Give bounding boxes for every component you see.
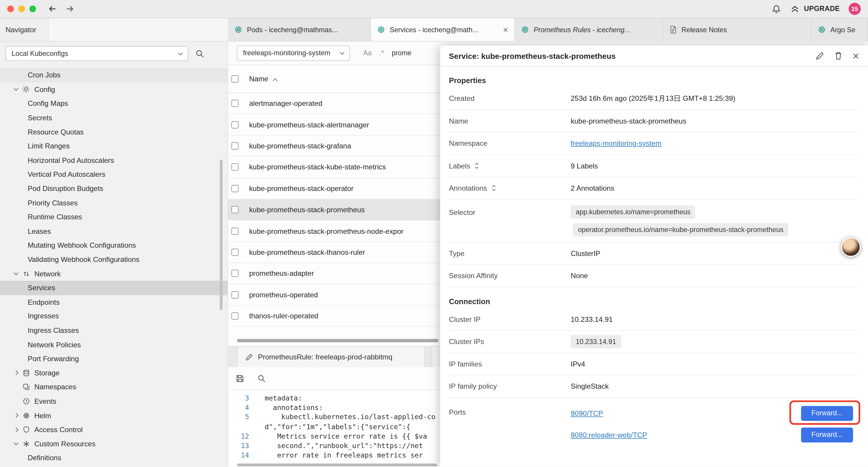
row-checkbox[interactable] bbox=[231, 270, 239, 277]
sidebar-item-events[interactable]: Events bbox=[0, 394, 227, 408]
kubeconfig-selector[interactable]: Local Kubeconfigs bbox=[6, 46, 188, 61]
namespace-filter-dropdown[interactable]: freeleaps-monitoring-system bbox=[237, 46, 350, 61]
close-panel-icon[interactable]: × bbox=[852, 50, 859, 61]
sidebar-item-services[interactable]: Services bbox=[0, 281, 227, 295]
line-number: 4 bbox=[228, 404, 257, 412]
chevron-down-icon bbox=[13, 86, 18, 91]
close-window-button[interactable] bbox=[7, 6, 13, 12]
tab-pods[interactable]: Pods - icecheng@mathmas... bbox=[228, 18, 371, 41]
property-row-created: Created 253d 16h 6m ago (2025年1月13日 GMT+… bbox=[449, 87, 859, 110]
row-checkbox[interactable] bbox=[231, 313, 239, 320]
sidebar-group-custom-resources[interactable]: Custom Resources bbox=[0, 437, 227, 451]
port-link[interactable]: 9090/TCP bbox=[571, 409, 603, 417]
sidebar-item-network-policies[interactable]: Network Policies bbox=[0, 338, 227, 352]
navigator-panel-header[interactable]: Navigator bbox=[0, 18, 49, 41]
save-icon[interactable] bbox=[236, 375, 244, 383]
forward-button[interactable]: Forward... bbox=[801, 428, 853, 442]
maximize-window-button[interactable] bbox=[29, 6, 36, 12]
sidebar-group-config[interactable]: Config bbox=[0, 82, 227, 96]
sidebar-group-network[interactable]: Network bbox=[0, 267, 227, 281]
code-segment: annotations: bbox=[265, 404, 323, 412]
row-checkbox[interactable] bbox=[231, 164, 239, 171]
tab-close-icon[interactable]: × bbox=[503, 25, 508, 34]
window-controls bbox=[0, 6, 36, 12]
property-row-labels: Labels 9 Labels bbox=[449, 155, 859, 177]
row-checkbox[interactable] bbox=[231, 249, 239, 256]
row-checkbox[interactable] bbox=[231, 206, 239, 213]
sidebar-item-resource-quotas[interactable]: Resource Quotas bbox=[0, 125, 227, 139]
editor-horizontal-scrollbar[interactable] bbox=[237, 463, 437, 466]
code-segment: error rate in freeleaps metrics ser bbox=[265, 451, 423, 459]
upgrade-button[interactable]: UPGRADE bbox=[790, 4, 840, 13]
user-avatar[interactable] bbox=[841, 237, 861, 257]
sidebar-group-storage[interactable]: Storage bbox=[0, 366, 227, 380]
sidebar-item-namespaces[interactable]: Namespaces bbox=[0, 380, 227, 394]
sidebar-item-leases[interactable]: Leases bbox=[0, 224, 227, 238]
sidebar-scrollbar[interactable] bbox=[220, 159, 222, 310]
name-column-header[interactable]: Name bbox=[249, 75, 277, 83]
back-arrow-icon[interactable] bbox=[48, 4, 58, 13]
edit-pencil-icon[interactable] bbox=[816, 51, 825, 60]
expand-collapse-arrows-icon[interactable] bbox=[491, 184, 496, 192]
sidebar-item-vertical-pod-autoscalers[interactable]: Vertical Pod Autoscalers bbox=[0, 167, 227, 181]
row-checkbox[interactable] bbox=[231, 121, 239, 128]
sidebar-item-validating-webhook-configurations[interactable]: Validating Webhook Configurations bbox=[0, 253, 227, 267]
sidebar-search-icon[interactable] bbox=[195, 49, 204, 58]
row-checkbox[interactable] bbox=[231, 100, 239, 107]
sidebar-group-access-control[interactable]: Access Control bbox=[0, 422, 227, 437]
tab-prometheus-rules[interactable]: Prometheus Rules - icecheng... bbox=[515, 18, 663, 41]
connection-heading: Connection bbox=[449, 297, 859, 305]
sidebar-item-pod-disruption-budgets[interactable]: Pod Disruption Budgets bbox=[0, 181, 227, 196]
regex-toggle[interactable]: .* bbox=[379, 49, 384, 57]
sidebar-item-ingresses[interactable]: Ingresses bbox=[0, 309, 227, 323]
row-checkbox[interactable] bbox=[231, 142, 239, 149]
editor-search-icon[interactable] bbox=[257, 375, 266, 383]
sidebar-item-endpoints[interactable]: Endpoints bbox=[0, 295, 227, 309]
sidebar-item-definitions[interactable]: Definitions bbox=[0, 451, 227, 465]
tab-release-notes[interactable]: Release Notes bbox=[663, 18, 812, 41]
chevron-right-icon bbox=[13, 413, 18, 418]
sidebar-item-ingress-classes[interactable]: Ingress Classes bbox=[0, 323, 227, 338]
property-row-namespace: Namespace freeleaps-monitoring-system bbox=[449, 133, 859, 155]
namespace-link[interactable]: freeleaps-monitoring-system bbox=[571, 139, 661, 147]
shield-icon bbox=[22, 426, 30, 433]
property-row-ip-family-policy: IP family policy SingleStack bbox=[449, 375, 859, 398]
property-row-ports: Ports 9090/TCP Forward... 8080:reloader-… bbox=[449, 398, 859, 445]
minimize-window-button[interactable] bbox=[18, 6, 25, 12]
dock-tab-prometheusrule[interactable]: PrometheusRule: freeleaps-prod-rabbitmq bbox=[237, 347, 425, 367]
forward-arrow-icon[interactable] bbox=[65, 4, 75, 13]
forward-button[interactable]: Forward... bbox=[801, 406, 853, 420]
horizontal-scrollbar[interactable] bbox=[237, 339, 438, 342]
sidebar-item-secrets[interactable]: Secrets bbox=[0, 111, 227, 125]
row-checkbox[interactable] bbox=[231, 227, 239, 234]
sidebar-item-priority-classes[interactable]: Priority Classes bbox=[0, 196, 227, 210]
line-number: 3 bbox=[228, 394, 257, 402]
sidebar-item-mutating-webhook-configurations[interactable]: Mutating Webhook Configurations bbox=[0, 238, 227, 253]
pencil-icon bbox=[245, 353, 253, 360]
tab-services[interactable]: Services - icecheng@math... × bbox=[371, 18, 515, 41]
sidebar-item-cron-jobs[interactable]: Cron Jobs bbox=[0, 68, 227, 82]
select-all-checkbox[interactable] bbox=[231, 76, 239, 83]
chevron-down-icon bbox=[13, 441, 18, 445]
delete-trash-icon[interactable] bbox=[834, 51, 843, 60]
port-link[interactable]: 8080:reloader-web/TCP bbox=[571, 431, 647, 439]
sidebar-item-runtime-classes[interactable]: Runtime Classes bbox=[0, 210, 227, 224]
layers-icon bbox=[22, 383, 30, 390]
sidebar-item-limit-ranges[interactable]: Limit Ranges bbox=[0, 139, 227, 153]
search-input[interactable]: prome bbox=[392, 49, 411, 57]
database-icon bbox=[22, 369, 30, 376]
expand-collapse-arrows-icon[interactable] bbox=[474, 162, 479, 169]
row-checkbox[interactable] bbox=[231, 185, 239, 192]
sidebar-item-horizontal-pod-autoscalers[interactable]: Horizontal Pod Autoscalers bbox=[0, 153, 227, 167]
kubernetes-wheel-icon bbox=[377, 25, 385, 34]
clock-icon bbox=[22, 398, 30, 405]
row-checkbox[interactable] bbox=[231, 291, 239, 298]
match-case-toggle[interactable]: Aa bbox=[363, 49, 372, 57]
notifications-bell-icon[interactable] bbox=[772, 4, 781, 13]
notification-count-badge[interactable]: 15 bbox=[848, 3, 861, 15]
helm-wheel-icon bbox=[22, 412, 30, 419]
sidebar-group-helm[interactable]: Helm bbox=[0, 408, 227, 422]
sidebar-item-config-maps[interactable]: Config Maps bbox=[0, 96, 227, 111]
tab-argo[interactable]: Argo Se bbox=[812, 18, 868, 41]
sidebar-item-port-forwarding[interactable]: Port Forwarding bbox=[0, 352, 227, 366]
